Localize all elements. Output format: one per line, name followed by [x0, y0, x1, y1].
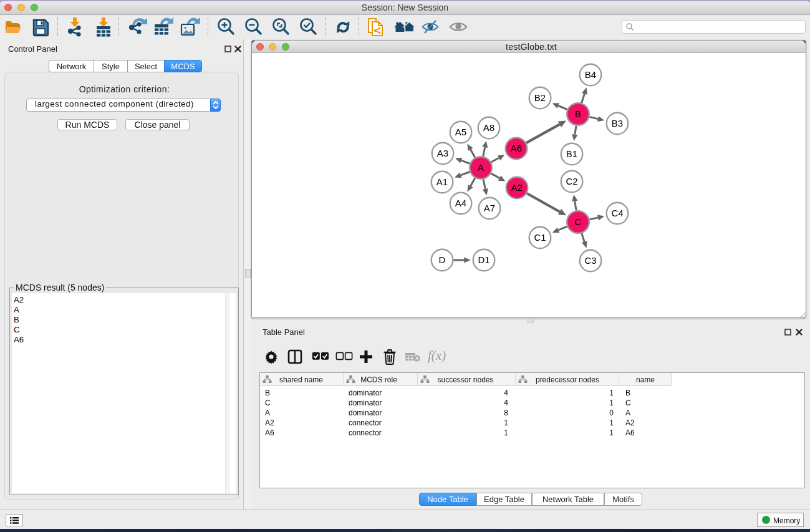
svg-text:B: B [575, 109, 581, 119]
svg-text:A1: A1 [436, 177, 448, 187]
svg-text:C4: C4 [611, 208, 623, 218]
svg-text:B2: B2 [534, 92, 546, 103]
svg-text:C2: C2 [566, 176, 577, 186]
svg-text:D: D [439, 254, 446, 265]
svg-text:C1: C1 [534, 232, 546, 243]
svg-text:B1: B1 [566, 148, 577, 159]
svg-text:A3: A3 [437, 148, 448, 158]
svg-text:C: C [575, 216, 582, 227]
svg-text:B3: B3 [612, 118, 623, 128]
svg-text:A6: A6 [511, 143, 522, 153]
svg-text:C3: C3 [584, 255, 596, 266]
svg-text:B4: B4 [585, 69, 596, 80]
svg-text:A4: A4 [455, 198, 466, 208]
svg-text:A8: A8 [483, 122, 494, 133]
svg-text:A: A [478, 162, 484, 173]
svg-text:A5: A5 [455, 127, 466, 137]
svg-text:D1: D1 [478, 254, 489, 265]
svg-text:A2: A2 [511, 182, 523, 193]
svg-text:A7: A7 [484, 203, 495, 213]
